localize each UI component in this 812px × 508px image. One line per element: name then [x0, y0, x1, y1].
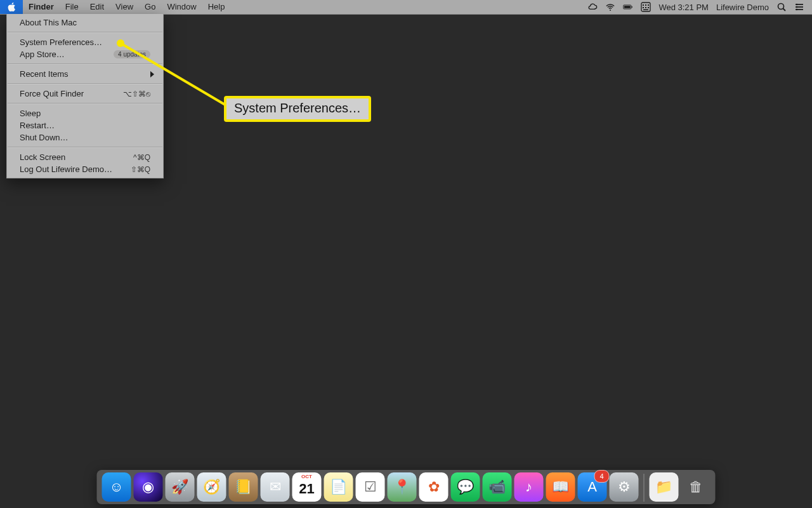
input-menu-icon[interactable] [637, 0, 655, 14]
dock-downloads[interactable]: 📁 [650, 472, 679, 502]
dock-system-preferences[interactable]: ⚙ [610, 472, 639, 502]
dock-ibooks[interactable]: 📖 [546, 472, 575, 502]
menubar-window[interactable]: Window [161, 0, 202, 14]
menubar-edit[interactable]: Edit [84, 0, 110, 14]
menu-force-quit[interactable]: Force Quit Finder⌥⇧⌘⎋ [7, 88, 163, 100]
menubar-clock[interactable]: Wed 3:21 PM [655, 0, 712, 14]
menubar-view[interactable]: View [110, 0, 139, 14]
dock-notes[interactable]: 📄 [324, 472, 353, 502]
notification-center-icon[interactable] [790, 0, 808, 14]
menu-app-store[interactable]: App Store…4 updates [7, 48, 163, 60]
menubar-help[interactable]: Help [202, 0, 231, 14]
menu-separator [8, 64, 162, 65]
dock-calendar[interactable]: OCT21 [292, 472, 322, 502]
svg-rect-9 [648, 7, 649, 8]
menubar-user[interactable]: Lifewire Demo [712, 0, 773, 14]
menubar-status-area: Wed 3:21 PM Lifewire Demo [584, 0, 812, 14]
svg-rect-1 [624, 6, 631, 8]
svg-rect-10 [643, 10, 648, 11]
svg-rect-8 [645, 7, 646, 8]
menu-restart[interactable]: Restart… [7, 119, 163, 131]
svg-rect-2 [632, 6, 632, 8]
menubar-file[interactable]: File [60, 0, 84, 14]
menu-about-this-mac[interactable]: About This Mac [7, 17, 163, 29]
svg-point-16 [796, 4, 798, 6]
dock-siri[interactable]: ◉ [134, 472, 163, 502]
dock-mail[interactable]: ✉ [261, 472, 290, 502]
battery-icon[interactable] [619, 0, 637, 14]
menu-shut-down[interactable]: Shut Down… [7, 131, 163, 144]
apple-menu-button[interactable] [0, 0, 23, 14]
dock-itunes[interactable]: ♪ [514, 472, 544, 502]
menubar-go[interactable]: Go [139, 0, 161, 14]
spotlight-icon[interactable] [773, 0, 790, 14]
dock-messages[interactable]: 💬 [451, 472, 480, 502]
creative-cloud-icon[interactable] [584, 0, 601, 14]
dock-contacts[interactable]: 📒 [229, 472, 258, 502]
dock-trash[interactable]: 🗑 [681, 472, 710, 502]
menu-system-preferences[interactable]: System Preferences… [7, 36, 163, 48]
menu-sleep[interactable]: Sleep [7, 107, 163, 119]
dock: ☺◉🚀🧭📒✉OCT21📄☑📍✿💬📹♪📖A4⚙📁🗑 [97, 470, 716, 504]
menubar: Finder File Edit View Go Window Help Wed… [0, 0, 812, 15]
svg-point-17 [796, 6, 798, 8]
svg-point-18 [796, 9, 798, 11]
menu-separator [8, 147, 162, 148]
wifi-icon[interactable] [601, 0, 619, 14]
dock-maps[interactable]: 📍 [388, 472, 417, 502]
dock-separator [644, 474, 645, 502]
dock-finder[interactable]: ☺ [102, 472, 131, 502]
menu-separator [8, 32, 162, 33]
menu-recent-items[interactable]: Recent Items [7, 68, 163, 80]
svg-line-12 [783, 9, 786, 11]
apple-menu-dropdown: About This Mac System Preferences… App S… [6, 14, 164, 178]
dock-badge: 4 [594, 470, 610, 483]
svg-rect-5 [645, 4, 646, 6]
dock-reminders[interactable]: ☑ [356, 472, 385, 502]
svg-rect-6 [648, 4, 649, 6]
svg-rect-7 [643, 7, 644, 8]
app-store-updates-badge: 4 updates [114, 50, 150, 58]
dock-launchpad[interactable]: 🚀 [166, 472, 195, 502]
menu-log-out[interactable]: Log Out Lifewire Demo…⇧⌘Q [7, 163, 163, 175]
menubar-app-name[interactable]: Finder [23, 0, 60, 14]
annotation-callout: System Preferences… [224, 96, 371, 122]
dock-facetime[interactable]: 📹 [483, 472, 512, 502]
dock-safari[interactable]: 🧭 [197, 472, 226, 502]
dock-appstore[interactable]: A4 [578, 472, 607, 502]
menu-separator [8, 83, 162, 84]
svg-point-11 [778, 4, 784, 10]
svg-rect-4 [643, 4, 644, 6]
dock-photos[interactable]: ✿ [419, 472, 449, 502]
menu-lock-screen[interactable]: Lock Screen^⌘Q [7, 151, 163, 163]
apple-logo-icon [8, 3, 16, 11]
menu-separator [8, 103, 162, 104]
annotation-callout-text: System Preferences… [234, 101, 361, 115]
